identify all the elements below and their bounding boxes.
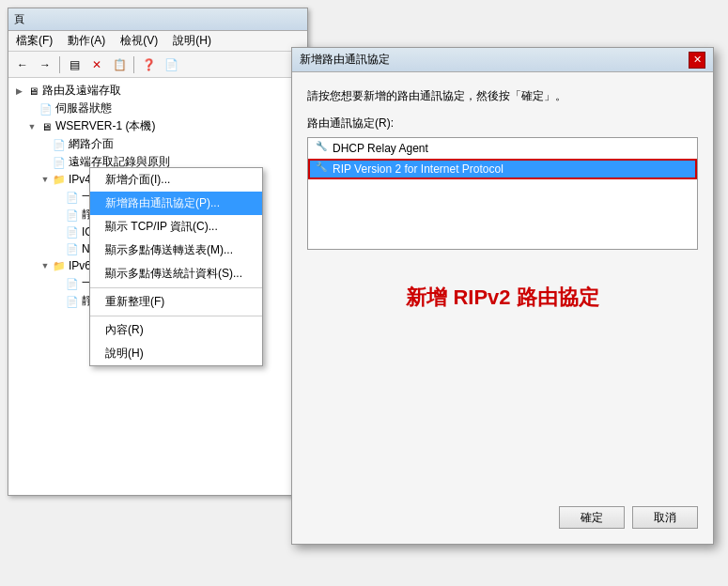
tree-item-network-interface[interactable]: 📄 網路介面 <box>8 135 307 153</box>
expand-server-status <box>25 102 39 116</box>
ipv6-label: IPv6 <box>69 259 91 272</box>
help-button[interactable]: ❓ <box>138 54 159 75</box>
ctx-new-routing-protocol[interactable]: 新增路由通訊協定(P)... <box>90 192 262 215</box>
menu-action[interactable]: 動作(A) <box>64 32 109 50</box>
toolbar-separator-2 <box>133 56 134 73</box>
ipv6-icon: 📁 <box>52 258 67 273</box>
toolbar: ← → ▤ ✕ 📋 ❓ 📄 <box>8 52 307 78</box>
delete-button[interactable]: ✕ <box>86 54 107 75</box>
expand-ipv4[interactable]: ▼ <box>39 173 52 186</box>
ipv6-general-icon: 📄 <box>65 276 80 291</box>
network-interface-label: 網路介面 <box>69 136 114 152</box>
ipv4-static-icon: 📄 <box>65 208 80 223</box>
back-button[interactable]: ← <box>12 54 33 75</box>
ctx-new-interface[interactable]: 新增介面(I)... <box>90 168 262 192</box>
ctx-properties[interactable]: 內容(R) <box>90 318 262 342</box>
dialog-field-label: 路由通訊協定(R): <box>307 116 698 131</box>
rip-icon: 🔧 <box>314 162 329 177</box>
ipv4-label: IPv4 <box>69 173 91 186</box>
igm-icon: 📄 <box>65 224 80 239</box>
forward-button[interactable]: → <box>35 54 55 75</box>
tree-item-server-status[interactable]: 📄 伺服器狀態 <box>8 100 307 117</box>
add-routing-protocol-dialog: 新增路由通訊協定 ✕ 請按您想要新增的路由通訊協定，然後按「確定」。 路由通訊協… <box>291 47 714 545</box>
wserver-icon: 🖥 <box>39 119 54 134</box>
menubar: 檔案(F) 動作(A) 檢視(V) 說明(H) <box>8 31 307 52</box>
doc-button[interactable]: 📄 <box>161 54 181 75</box>
cancel-button[interactable]: 取消 <box>632 506 698 529</box>
toolbar-separator-1 <box>59 56 60 73</box>
copy-button[interactable]: 📋 <box>109 54 130 75</box>
rip-label: RIP Version 2 for Internet Protocol <box>333 162 503 176</box>
ipv6-static-icon: 📄 <box>65 294 80 309</box>
ctx-show-multicast-table[interactable]: 顯示多點傳送轉送表(M)... <box>90 239 262 262</box>
tree-item-wserver[interactable]: ▼ 🖥 WSERVER-1 (本機) <box>8 117 307 135</box>
routing-icon: 🖥 <box>25 84 40 99</box>
dialog-description: 請按您想要新增的路由通訊協定，然後按「確定」。 <box>307 87 698 104</box>
main-title: 頁 <box>14 12 24 26</box>
main-titlebar: 頁 <box>8 8 307 31</box>
dhcp-icon: 🔧 <box>314 141 329 156</box>
context-menu: 新增介面(I)... 新增路由通訊協定(P)... 顯示 TCP/IP 資訊(C… <box>89 167 263 366</box>
wserver-label: WSERVER-1 (本機) <box>55 118 155 134</box>
ipv4-general-icon: 📄 <box>65 190 80 205</box>
ctx-show-tcpip[interactable]: 顯示 TCP/IP 資訊(C)... <box>90 215 262 239</box>
ctx-separator-1 <box>90 287 262 288</box>
expand-routing[interactable]: ▶ <box>12 85 25 98</box>
expand-ipv6[interactable]: ▼ <box>39 259 52 272</box>
menu-file[interactable]: 檔案(F) <box>12 32 56 50</box>
menu-help[interactable]: 說明(H) <box>169 32 215 50</box>
ctx-separator-2 <box>90 316 262 316</box>
server-status-icon: 📄 <box>39 101 54 116</box>
routing-label: 路由及遠端存取 <box>42 83 121 99</box>
protocol-item-dhcp[interactable]: 🔧 DHCP Relay Agent <box>308 138 697 159</box>
server-status-label: 伺服器狀態 <box>55 100 112 116</box>
expand-wserver[interactable]: ▼ <box>25 120 39 133</box>
dialog-close-button[interactable]: ✕ <box>689 52 705 69</box>
ctx-refresh[interactable]: 重新整理(F) <box>90 290 262 314</box>
protocol-item-rip[interactable]: 🔧 RIP Version 2 for Internet Protocol <box>308 159 697 179</box>
ok-button[interactable]: 確定 <box>559 506 625 529</box>
network-interface-icon: 📄 <box>52 137 67 152</box>
menu-view[interactable]: 檢視(V) <box>116 32 162 50</box>
dialog-footer: 確定 取消 <box>307 506 698 529</box>
dhcp-label: DHCP Relay Agent <box>333 142 428 155</box>
na-icon: 📄 <box>65 241 80 256</box>
dialog-title: 新增路由通訊協定 <box>300 52 390 68</box>
dialog-titlebar: 新增路由通訊協定 ✕ <box>292 48 713 72</box>
view-button[interactable]: ▤ <box>64 54 85 75</box>
ctx-help[interactable]: 說明(H) <box>90 342 262 365</box>
tree-item-routing[interactable]: ▶ 🖥 路由及遠端存取 <box>8 82 307 100</box>
dialog-body: 請按您想要新增的路由通訊協定，然後按「確定」。 路由通訊協定(R): 🔧 DHC… <box>292 72 713 544</box>
remote-access-icon: 📄 <box>52 155 67 170</box>
protocol-list[interactable]: 🔧 DHCP Relay Agent 🔧 RIP Version 2 for I… <box>307 137 698 250</box>
ipv4-icon: 📁 <box>52 172 67 187</box>
annotation-text: 新增 RIPv2 路由協定 <box>307 284 698 312</box>
ctx-show-multicast-stats[interactable]: 顯示多點傳送統計資料(S)... <box>90 262 262 285</box>
